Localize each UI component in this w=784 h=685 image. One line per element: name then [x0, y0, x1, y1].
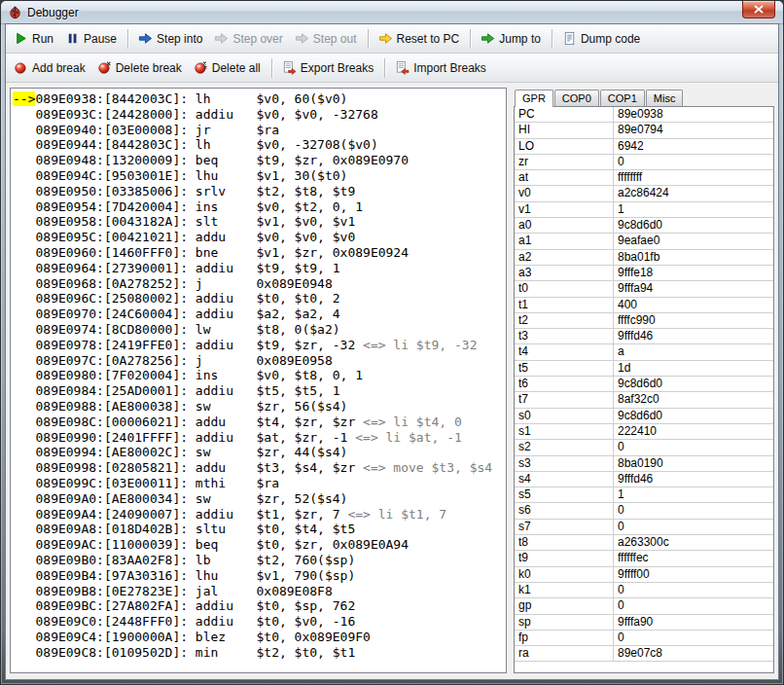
disasm-line[interactable]: 089E0958:[0043182A]: slt $v1, $v0, $v1 — [13, 214, 506, 230]
disasm-line[interactable]: 089E093C:[24428000]: addiu $v0, $v0, -32… — [13, 107, 506, 123]
instruction-opcode: [03E00008]: — [104, 123, 196, 137]
register-value[interactable]: 9fffa90 — [614, 614, 774, 630]
register-name: PC — [515, 107, 614, 123]
line-marker — [13, 430, 35, 445]
pause-button[interactable]: Pause — [60, 28, 124, 49]
disasm-line[interactable]: 089E098C:[00006021]: addu $t4, $zr, $zr … — [13, 415, 506, 430]
close-button[interactable] — [742, 1, 775, 18]
register-value[interactable]: 9c8d6d0 — [614, 408, 774, 423]
register-value[interactable]: 0 — [614, 440, 774, 455]
disasm-line[interactable]: -->089E0938:[8442003C]: lh $v0, 60($v0) — [13, 91, 506, 107]
disasm-line[interactable]: 089E0940:[03E00008]: jr $ra — [13, 123, 506, 138]
import-breaks-button[interactable]: Import Breaks — [390, 57, 493, 78]
disasm-line[interactable]: 089E094C:[9503001E]: lhu $v1, 30($t0) — [13, 168, 506, 184]
disasm-line[interactable]: 089E0948:[13200009]: beq $t9, $zr, 0x089… — [13, 153, 506, 168]
register-value[interactable]: ffffffff — [614, 170, 774, 186]
disasm-line[interactable]: 089E09B0:[83AA02F8]: lb $t2, 760($sp) — [13, 553, 506, 568]
disasm-line[interactable]: 089E0954:[7D420004]: ins $v0, $t2, 0, 1 — [13, 199, 506, 215]
instruction-operands: $v0, $t2, 0, 1 — [256, 199, 363, 214]
disasm-line[interactable]: 089E096C:[25080002]: addiu $t0, $t0, 2 — [13, 291, 506, 306]
disasm-line[interactable]: 089E09B4:[97A30316]: lhu $v1, 790($sp) — [13, 568, 506, 584]
disasm-line[interactable]: 089E0960:[1460FFF0]: bne $v1, $zr, 0x089… — [13, 245, 506, 261]
disasm-line[interactable]: 089E09A8:[018D402B]: sltu $t0, $t4, $t5 — [13, 522, 506, 537]
tab-misc[interactable]: Misc — [646, 90, 684, 106]
disasm-line[interactable]: 089E09BC:[27A802FA]: addiu $t0, $sp, 762 — [13, 598, 506, 614]
disasm-line[interactable]: 089E09C8:[0109502D]: min $t2, $t0, $t1 — [13, 645, 506, 661]
register-value[interactable]: 9c8d6d0 — [614, 377, 774, 392]
disasm-line[interactable]: 089E09A4:[24090007]: addiu $t1, $zr, 7 <… — [13, 507, 506, 523]
disasm-line[interactable]: 089E0984:[25AD0001]: addiu $t5, $t5, 1 — [13, 383, 506, 399]
instruction-operands: $v0, $v0, $v0 — [256, 230, 355, 244]
register-value[interactable]: 8af32c0 — [614, 392, 774, 408]
disasm-line[interactable]: 089E095C:[00421021]: addu $v0, $v0, $v0 — [13, 230, 506, 245]
register-value[interactable]: 0 — [614, 630, 774, 645]
tab-gpr[interactable]: GPR — [515, 90, 553, 107]
disasm-line[interactable]: 089E099C:[03E00011]: mthi $ra — [13, 476, 506, 491]
tab-cop0[interactable]: COP0 — [554, 90, 599, 106]
line-marker — [13, 399, 35, 414]
register-value[interactable]: 9c8d6d0 — [614, 218, 774, 234]
register-value[interactable]: 1d — [614, 360, 774, 376]
disasm-line[interactable]: 089E09B8:[0E27823E]: jal 0x089E08F8 — [13, 584, 506, 599]
register-value[interactable]: a — [614, 344, 774, 360]
register-value[interactable]: 8ba0190 — [614, 455, 774, 471]
reset-to-pc-button[interactable]: Reset to PC — [374, 28, 467, 49]
register-value[interactable]: 8ba01fb — [614, 249, 774, 265]
register-value[interactable]: 89e07c8 — [614, 646, 774, 662]
register-value[interactable]: 0 — [614, 154, 774, 169]
register-value[interactable]: 0 — [614, 582, 774, 597]
register-value[interactable]: 0 — [614, 598, 774, 614]
disasm-line[interactable]: 089E09C4:[1900000A]: blez $t0, 0x089E09F… — [13, 630, 506, 645]
disassembly-panel[interactable]: -->089E0938:[8442003C]: lh $v0, 60($v0) … — [10, 88, 507, 673]
debugger-window: Debugger RunPauseStep intoStep overStep … — [0, 0, 784, 685]
disasm-line[interactable]: 089E0970:[24C60004]: addiu $a2, $a2, 4 — [13, 306, 506, 322]
register-value[interactable]: 89e0938 — [614, 107, 774, 123]
disasm-line[interactable]: 089E0990:[2401FFFF]: addiu $at, $zr, -1 … — [13, 430, 506, 446]
instruction-address: 089E09AC: — [35, 537, 103, 552]
delete-break-button[interactable]: Delete break — [92, 57, 189, 78]
add-break-button[interactable]: Add break — [9, 57, 92, 78]
register-value[interactable]: 9ffff00 — [614, 566, 774, 582]
disasm-line[interactable]: 089E0994:[AE80002C]: sw $zr, 44($s4) — [13, 445, 506, 460]
register-table-container[interactable]: PC89e0938HI89e0794LO6942zr0atffffffffv0a… — [514, 106, 774, 673]
disasm-line[interactable]: 089E09A0:[AE800034]: sw $zr, 52($s4) — [13, 491, 506, 507]
disasm-line[interactable]: 089E0964:[27390001]: addiu $t9, $t9, 1 — [13, 261, 506, 276]
disasm-line[interactable]: 089E097C:[0A278256]: j 0x089E0958 — [13, 353, 506, 369]
register-value[interactable]: 9fffe18 — [614, 265, 774, 280]
register-value[interactable]: 9fffd46 — [614, 329, 774, 344]
disasm-line[interactable]: 089E0978:[2419FFE0]: addiu $t9, $zr, -32… — [13, 338, 506, 353]
instruction-opcode: [03E00011]: — [104, 476, 196, 490]
disasm-line[interactable]: 089E0968:[0A278252]: j 0x089E0948 — [13, 276, 506, 292]
register-value[interactable]: ffffffec — [614, 551, 774, 566]
disasm-line[interactable]: 089E0944:[8442803C]: lh $v0, -32708($v0) — [13, 137, 506, 153]
disasm-line[interactable]: 089E0980:[7F020004]: ins $v0, $t8, 0, 1 — [13, 368, 506, 383]
register-value[interactable]: 0 — [614, 519, 774, 534]
run-button[interactable]: Run — [9, 28, 60, 49]
export-breaks-button[interactable]: Export Breaks — [277, 57, 380, 78]
step-into-button[interactable]: Step into — [133, 28, 209, 49]
register-value[interactable]: 222410 — [614, 423, 774, 439]
disasm-line[interactable]: 089E0988:[AE800038]: sw $zr, 56($s4) — [13, 399, 506, 415]
disasm-line[interactable]: 089E0998:[02805821]: addu $t3, $s4, $zr … — [13, 460, 506, 476]
register-value[interactable]: ffffc990 — [614, 312, 774, 328]
register-value[interactable]: 9fffd46 — [614, 471, 774, 487]
disasm-line[interactable]: 089E0974:[8CD80000]: lw $t8, 0($a2) — [13, 322, 506, 338]
register-value[interactable]: 9eafae0 — [614, 234, 774, 249]
register-value[interactable]: 1 — [614, 201, 774, 217]
disasm-line[interactable]: 089E09C0:[2448FFF0]: addiu $t0, $v0, -16 — [13, 614, 506, 630]
register-value[interactable]: a2c86424 — [614, 186, 774, 201]
dump-code-button[interactable]: Dump code — [557, 28, 647, 49]
disasm-line[interactable]: 089E0950:[03385006]: srlv $t2, $t8, $t9 — [13, 184, 506, 199]
register-value[interactable]: 6942 — [614, 138, 774, 154]
register-value[interactable]: 9fffa94 — [614, 281, 774, 297]
register-value[interactable]: a263300c — [614, 535, 774, 551]
register-value[interactable]: 0 — [614, 503, 774, 519]
titlebar[interactable]: Debugger — [1, 1, 783, 24]
tab-cop1[interactable]: COP1 — [600, 90, 645, 106]
register-value[interactable]: 400 — [614, 297, 774, 312]
register-value[interactable]: 89e0794 — [614, 123, 774, 138]
jump-to-button[interactable]: Jump to — [476, 28, 548, 49]
register-value[interactable]: 1 — [614, 487, 774, 503]
disasm-line[interactable]: 089E09AC:[11000039]: beq $t0, $zr, 0x089… — [13, 537, 506, 553]
delete-all-button[interactable]: Delete all — [189, 57, 267, 78]
